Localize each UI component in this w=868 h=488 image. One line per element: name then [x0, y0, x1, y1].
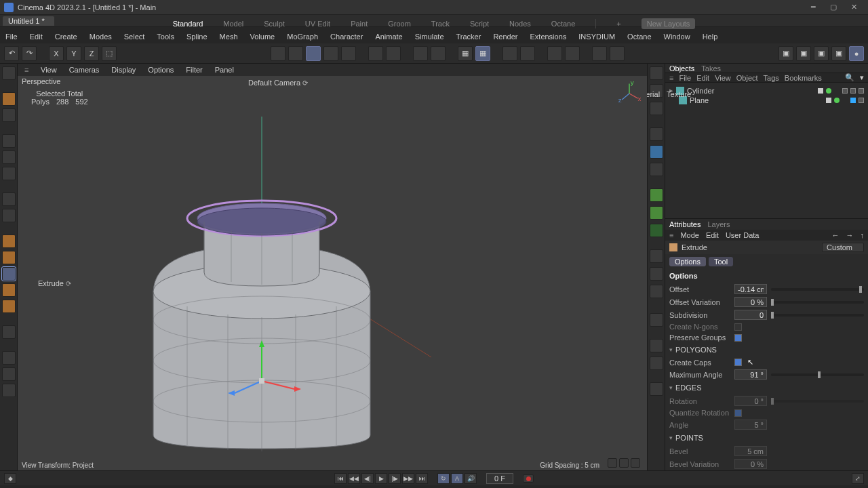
menu-volume[interactable]: Volume — [248, 31, 278, 42]
light-icon[interactable] — [650, 357, 663, 370]
vp-layout-3[interactable] — [631, 458, 640, 468]
goto-start-button[interactable]: ⏮ — [334, 473, 347, 484]
section-edges[interactable]: EDGES — [665, 381, 868, 394]
vp-menu-panel[interactable]: Panel — [212, 64, 237, 75]
tool-btn-13[interactable] — [565, 46, 580, 61]
object-row-cylinder[interactable]: ▸ Cylinder — [669, 85, 864, 96]
timeline-expand-button[interactable]: ⤢ — [852, 473, 864, 484]
xray-button[interactable] — [2, 351, 16, 365]
subdiv-input[interactable] — [734, 310, 767, 320]
snap-grid-button[interactable]: ▦ — [458, 46, 473, 61]
vp-menu-options[interactable]: Options — [145, 64, 176, 75]
maxangle-slider[interactable] — [771, 373, 864, 376]
obj-filter-icon[interactable]: ▾ — [860, 73, 864, 82]
object-manager-list[interactable]: ▸ Cylinder Plane — [665, 83, 868, 218]
mode-tab-octane[interactable]: Octane — [551, 20, 575, 28]
field-icon[interactable] — [650, 267, 663, 281]
menu-file[interactable]: File — [3, 31, 20, 42]
attr-menu-edit[interactable]: Edit — [706, 231, 719, 239]
loop-button[interactable]: ↻ — [437, 473, 450, 484]
attr-nav-up-icon[interactable]: ↑ — [861, 231, 865, 239]
render-active-button[interactable]: ● — [849, 46, 864, 61]
nav-home-icon[interactable] — [650, 66, 663, 80]
tool-btn-6[interactable] — [368, 46, 383, 61]
preserve-check[interactable] — [734, 334, 742, 342]
uv-points-button[interactable] — [2, 283, 16, 297]
menu-render[interactable]: Render — [490, 31, 520, 42]
cloner-icon[interactable] — [650, 206, 663, 220]
menu-insydium[interactable]: INSYDIUM — [576, 31, 618, 42]
mat-menu-texture[interactable]: Texture — [667, 90, 691, 98]
render-pv-button[interactable]: ▣ — [831, 46, 846, 61]
section-polygons[interactable]: POLYGONS — [665, 343, 868, 357]
subtab-tool[interactable]: Tool — [709, 257, 733, 266]
quant-check[interactable] — [734, 409, 742, 417]
offset-var-input[interactable] — [734, 297, 767, 307]
nav-rotate-icon[interactable] — [650, 102, 663, 115]
offset-input[interactable] — [734, 284, 767, 294]
object-row-plane[interactable]: Plane — [669, 96, 864, 105]
prev-frame-button[interactable]: ◀| — [361, 473, 374, 484]
cube-primitive-icon[interactable] — [650, 145, 663, 159]
live-select-tool[interactable] — [2, 66, 16, 80]
scene-nodes-icon[interactable] — [650, 313, 663, 327]
goto-end-button[interactable]: ⏭ — [416, 473, 428, 484]
offset-slider[interactable] — [771, 288, 864, 291]
tool-btn-8[interactable] — [413, 46, 428, 61]
attr-preset-dropdown[interactable]: Custom — [822, 243, 864, 252]
particles-icon[interactable] — [650, 188, 663, 202]
tool-btn-7[interactable] — [386, 46, 401, 61]
menu-tools[interactable]: Tools — [154, 31, 177, 42]
brush-tool[interactable] — [2, 192, 16, 206]
deformer-icon[interactable] — [650, 249, 663, 263]
snap-button[interactable]: ▦ — [475, 46, 490, 61]
axis-y-button[interactable]: Y — [66, 46, 81, 61]
mode-tab-model[interactable]: Model — [223, 20, 243, 28]
viewport[interactable]: Perspective Selected Total Polys 288 592… — [18, 76, 647, 470]
timeline-ruler[interactable]: 051015202530354045505560657075808590 — [0, 485, 868, 488]
axis-z-button[interactable]: Z — [84, 46, 99, 61]
visibility-editor-icon[interactable] — [826, 98, 831, 103]
menu-mesh[interactable]: Mesh — [217, 31, 241, 42]
phong-tag-icon[interactable] — [842, 88, 848, 94]
vp-menu-view[interactable]: View — [38, 64, 60, 75]
menu-select[interactable]: Select — [121, 31, 148, 42]
vp-layout-1[interactable] — [608, 458, 617, 468]
menu-simulate[interactable]: Simulate — [412, 31, 447, 42]
attr-menu-mode[interactable]: Mode — [680, 231, 699, 239]
bevel-input[interactable] — [734, 446, 767, 456]
volume-icon[interactable] — [650, 285, 663, 298]
attr-nav-back-icon[interactable]: ← — [832, 231, 840, 239]
record-button[interactable] — [523, 474, 534, 483]
subdiv-slider[interactable] — [771, 314, 864, 317]
uv-poly-button[interactable] — [2, 300, 16, 313]
bevelvar-input[interactable] — [734, 459, 767, 469]
next-key-button[interactable]: ▶▶ — [402, 473, 414, 484]
attr-menu-icon[interactable]: ≡ — [669, 231, 673, 239]
add-layout-icon[interactable]: + — [616, 20, 620, 28]
material-tag-icon[interactable] — [850, 88, 856, 94]
magnet-tool[interactable] — [2, 209, 16, 222]
obj-menu-view[interactable]: View — [715, 74, 731, 82]
workplane-button[interactable] — [2, 367, 16, 381]
tab-objects[interactable]: Objects — [669, 64, 694, 73]
obj-menu-edit[interactable]: Edit — [696, 74, 709, 82]
texture-mode-button[interactable] — [2, 108, 16, 122]
menu-edit[interactable]: Edit — [27, 31, 45, 42]
vp-menu-filter[interactable]: Filter — [183, 64, 205, 75]
model-mode-button[interactable] — [2, 92, 16, 106]
mode-tab-track[interactable]: Track — [431, 20, 450, 28]
window-close[interactable]: ✕ — [844, 3, 864, 12]
rotation-slider[interactable] — [771, 400, 864, 403]
misc-tool-button[interactable] — [2, 384, 16, 397]
window-maximize[interactable]: ▢ — [823, 3, 844, 12]
polygons-mode-button[interactable] — [2, 267, 16, 281]
scale-tool[interactable] — [2, 167, 16, 180]
mode-tab-groom[interactable]: Groom — [388, 20, 411, 28]
angle-input[interactable] — [734, 420, 767, 430]
mode-tab-uvedit[interactable]: UV Edit — [305, 20, 330, 28]
mode-tab-script[interactable]: Script — [470, 20, 489, 28]
menu-help[interactable]: Help — [700, 31, 721, 42]
visibility-render-icon[interactable] — [834, 98, 840, 103]
maxangle-input[interactable] — [734, 369, 767, 380]
